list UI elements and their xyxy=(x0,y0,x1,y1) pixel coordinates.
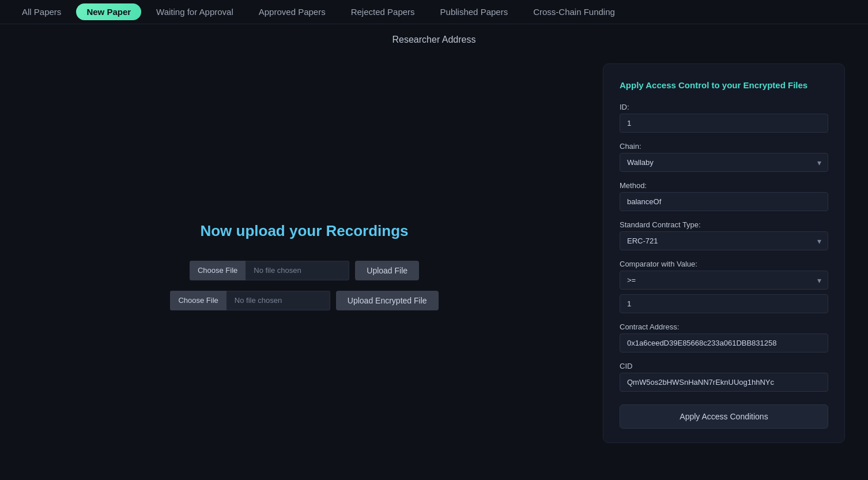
method-label: Method: xyxy=(620,181,828,190)
nav-item-approved[interactable]: Approved Papers xyxy=(248,3,336,20)
method-field-group: Method: xyxy=(620,180,828,211)
choose-file-2-button[interactable]: Choose File xyxy=(170,291,226,310)
nav-item-published[interactable]: Published Papers xyxy=(430,3,519,20)
chain-field-group: Chain: Wallaby Ethereum Polygon Solana xyxy=(620,141,828,172)
choose-file-1-button[interactable]: Choose File xyxy=(190,261,246,280)
file-input-1-wrapper: Choose File No file chosen xyxy=(190,261,349,280)
nav-item-rejected[interactable]: Rejected Papers xyxy=(341,3,425,20)
researcher-address-label: Researcher Address xyxy=(393,35,476,45)
file-1-label: No file chosen xyxy=(246,261,349,280)
file-input-2-wrapper: Choose File No file chosen xyxy=(170,291,330,310)
upload-heading: Now upload your Recordings xyxy=(200,222,408,240)
comparator-value-input[interactable] xyxy=(620,294,828,313)
nav-item-new-paper[interactable]: New Paper xyxy=(76,3,141,20)
chain-select-wrapper: Wallaby Ethereum Polygon Solana xyxy=(620,153,828,172)
apply-access-conditions-button[interactable]: Apply Access Conditions xyxy=(620,404,828,429)
contract-type-label: Standard Contract Type: xyxy=(620,220,828,229)
comparator-field-group: Comparator with Value: >= <= == > < xyxy=(620,258,828,313)
cid-input[interactable] xyxy=(620,373,828,392)
comparator-select[interactable]: >= <= == > < xyxy=(620,271,828,290)
upload-file-button[interactable]: Upload File xyxy=(355,261,419,280)
id-label: ID: xyxy=(620,103,828,111)
nav-item-crosschain[interactable]: Cross-Chain Funding xyxy=(523,3,625,20)
cid-label: CID xyxy=(620,362,828,370)
method-input[interactable] xyxy=(620,192,828,211)
left-panel: Now upload your Recordings Choose File N… xyxy=(23,58,586,450)
researcher-bar: Researcher Address xyxy=(0,24,868,52)
main-content: Now upload your Recordings Choose File N… xyxy=(0,52,868,456)
contract-address-label: Contract Address: xyxy=(620,322,828,331)
contract-type-field-group: Standard Contract Type: ERC-721 ERC-20 E… xyxy=(620,219,828,250)
file-row-2: Choose File No file chosen Upload Encryp… xyxy=(170,291,438,310)
contract-address-field-group: Contract Address: xyxy=(620,321,828,352)
nav-item-all-papers[interactable]: All Papers xyxy=(12,3,71,20)
access-control-panel: Apply Access Control to your Encrypted F… xyxy=(603,63,845,443)
comparator-select-wrapper: >= <= == > < xyxy=(620,271,828,290)
access-control-title: Apply Access Control to your Encrypted F… xyxy=(620,80,828,90)
contract-address-input[interactable] xyxy=(620,333,828,352)
chain-select[interactable]: Wallaby Ethereum Polygon Solana xyxy=(620,153,828,172)
contract-type-select[interactable]: ERC-721 ERC-20 ERC-1155 xyxy=(620,231,828,250)
upload-encrypted-file-button[interactable]: Upload Encrypted File xyxy=(336,291,439,310)
cid-field-group: CID xyxy=(620,361,828,392)
id-field-group: ID: xyxy=(620,102,828,133)
file-row-1: Choose File No file chosen Upload File xyxy=(190,261,419,280)
main-nav: All PapersNew PaperWaiting for ApprovalA… xyxy=(0,0,868,24)
contract-type-select-wrapper: ERC-721 ERC-20 ERC-1155 xyxy=(620,231,828,250)
chain-label: Chain: xyxy=(620,142,828,151)
comparator-label: Comparator with Value: xyxy=(620,260,828,268)
id-input[interactable] xyxy=(620,114,828,133)
file-2-label: No file chosen xyxy=(227,291,330,310)
nav-item-waiting[interactable]: Waiting for Approval xyxy=(146,3,244,20)
